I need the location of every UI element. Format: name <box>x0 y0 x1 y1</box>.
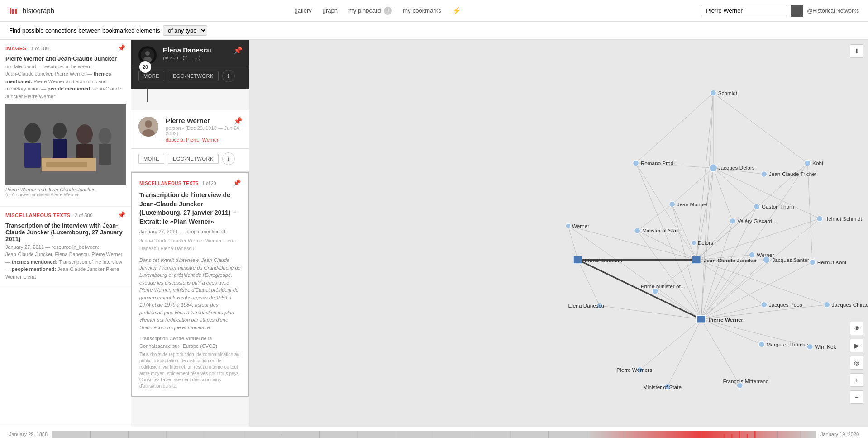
node-valery[interactable] <box>730 218 735 224</box>
nav-pinboard: my pinboard 3 <box>348 7 392 15</box>
nav-bookmarks[interactable]: my bookmarks <box>403 7 441 14</box>
label-elena-bot: Elena Danescu <box>568 303 604 308</box>
images-meta: no date found — resource.in_between: <box>5 64 125 69</box>
svg-point-10 <box>99 128 111 144</box>
graph-svg: Schmidt Romano Prodi Kohl Jacques Delors… <box>249 40 868 427</box>
timeline: January 29, 1888 <box>0 427 868 441</box>
header-nav: gallery graph my pinboard 3 my bookmarks… <box>294 6 461 15</box>
node-jean-claude-juncker[interactable] <box>692 256 701 264</box>
misc-pin-icon[interactable]: 📌 <box>118 211 125 218</box>
misc-tags-left: Jean-Claude Juncker, Elena Danescu, Pier… <box>5 251 125 280</box>
username-label: @Historical Networks <box>807 8 859 14</box>
node-romano-prodi[interactable] <box>633 160 639 166</box>
elena-ego-btn[interactable]: EGO-NETWORK <box>168 71 219 81</box>
node-trichet[interactable] <box>761 171 767 177</box>
filter-type-select[interactable]: of any type persons places events themes <box>163 25 207 36</box>
node-gaston-thorn[interactable] <box>754 204 760 209</box>
node-margaret-thatcher[interactable] <box>758 341 764 347</box>
node-minister-top[interactable] <box>634 228 640 234</box>
header-left: histograph <box>9 6 54 16</box>
node-werner-small[interactable] <box>566 223 571 228</box>
node-werner-mid[interactable] <box>749 252 755 258</box>
node-delors-small[interactable] <box>692 241 696 246</box>
misc-overlay-pin[interactable]: 📌 <box>233 179 241 186</box>
node-jacques-poos[interactable] <box>761 302 767 308</box>
download-button[interactable]: ⬇ <box>850 44 863 58</box>
pierre-name: Pierre Werner <box>166 117 242 124</box>
images-count: 1 of 580 <box>31 46 49 51</box>
svg-rect-1 <box>12 9 14 14</box>
misc-overlay-meta: January 27, 2011 — people mentioned: <box>139 229 241 234</box>
label-werner-small: Werner <box>572 223 589 229</box>
label-kohl: Kohl <box>812 160 823 166</box>
person-card-elena: Elena Danescu person - (? — ...) 📌 20 <box>131 40 249 66</box>
node-jean-monnet[interactable] <box>669 201 675 207</box>
pierre-more-btn[interactable]: MORE <box>138 154 164 164</box>
label-wim-kok: Wim Kok <box>815 344 836 350</box>
nav-graph[interactable]: graph <box>323 7 338 14</box>
images-type-label: IMAGES <box>5 46 26 51</box>
pierre-pin-btn[interactable]: 📌 <box>234 117 243 125</box>
elena-info-btn[interactable]: ℹ <box>222 70 235 82</box>
images-pin-icon[interactable]: 📌 <box>118 44 125 52</box>
misc-type-label: MISCELLANEOUS TEXTS <box>5 213 70 218</box>
label-helmut-schmidt: Helmut Schmidt <box>825 216 863 222</box>
timeline-bar[interactable] <box>52 431 816 438</box>
elena-pin-btn[interactable]: 📌 <box>234 46 243 55</box>
middle-panel: Elena Danescu person - (? — ...) 📌 20 MO… <box>131 40 249 427</box>
graph-area[interactable]: Schmidt Romano Prodi Kohl Jacques Delors… <box>249 40 868 427</box>
node-kohl[interactable] <box>805 160 811 166</box>
label-jacques-chirac: Jacques Chirac <box>832 302 868 308</box>
pierre-actions: MORE EGO-NETWORK ℹ <box>131 149 249 172</box>
node-pierre-werner[interactable] <box>697 315 706 323</box>
node-schmidt[interactable] <box>711 90 716 96</box>
node-jacques-santer[interactable] <box>763 256 770 263</box>
label-valery: Valéry Giscard ... <box>737 218 777 224</box>
user-avatar <box>791 5 803 17</box>
misc-overlay-type: MISCELLANEOUS TEXTS <box>139 181 199 186</box>
node-jacques-delors[interactable] <box>709 164 717 172</box>
zoom-out-tool[interactable]: − <box>850 390 863 404</box>
pierre-dbpedia-link[interactable]: dbpedia: Pierre_Werner <box>166 137 219 142</box>
svg-point-6 <box>53 123 67 139</box>
svg-rect-13 <box>46 162 87 167</box>
zoom-in-tool[interactable]: + <box>850 373 863 387</box>
node-elena-danescu[interactable] <box>573 256 582 264</box>
node-helmut-schmidt[interactable] <box>817 216 823 222</box>
node-wim-kok[interactable] <box>807 344 813 350</box>
elena-node-count: 20 <box>138 60 152 74</box>
bolt-icon: ⚡ <box>452 6 461 15</box>
misc-card-left: Transcription of the interview with Jean… <box>0 220 131 286</box>
misc-overlay-tags: Jean-Claude Juncker Werner Werner Elena … <box>139 237 241 252</box>
label-jean-monnet: Jean Monnet <box>677 201 708 207</box>
nav-gallery[interactable]: gallery <box>294 7 311 14</box>
play-tool[interactable]: ▶ <box>850 339 863 352</box>
label-helmut-kohl: Helmut Kohl <box>817 259 846 265</box>
pierre-info-btn[interactable]: ℹ <box>222 152 235 165</box>
label-schmidt: Schmidt <box>718 90 738 96</box>
label-minister-bot: Minister of State <box>643 384 682 390</box>
svg-rect-0 <box>10 8 11 14</box>
node-helmut-kohl[interactable] <box>810 259 816 265</box>
images-card: Pierre Werner and Jean-Claude Juncker no… <box>0 53 131 207</box>
svg-point-15 <box>145 51 150 56</box>
target-tool[interactable]: ◎ <box>850 356 863 370</box>
svg-rect-20 <box>249 40 868 427</box>
misc-count: 2 of 580 <box>75 213 93 218</box>
label-gaston-thorn: Gaston Thorn <box>762 204 794 209</box>
svg-rect-2 <box>15 9 17 14</box>
search-person-input[interactable] <box>701 5 787 16</box>
timeline-end-date: January 19, 2020 <box>820 432 859 437</box>
svg-rect-11 <box>99 144 111 165</box>
logo-icon <box>9 6 19 16</box>
svg-point-19 <box>142 129 155 137</box>
subheader: Find possible connections between bookma… <box>0 22 868 40</box>
misc-meta-left: January 27, 2011 — resource.in_between: <box>5 244 125 250</box>
svg-point-4 <box>24 123 41 143</box>
pierre-ego-btn[interactable]: EGO-NETWORK <box>168 154 219 164</box>
visibility-tool[interactable]: 👁 <box>850 322 863 335</box>
misc-overlay-header: MISCELLANEOUS TEXTS 1 of 20 📌 <box>139 179 241 186</box>
node-jacques-chirac[interactable] <box>824 302 830 308</box>
misc-title-left: Transcription of the interview with Jean… <box>5 222 125 242</box>
header: histograph gallery graph my pinboard 3 m… <box>0 0 868 22</box>
